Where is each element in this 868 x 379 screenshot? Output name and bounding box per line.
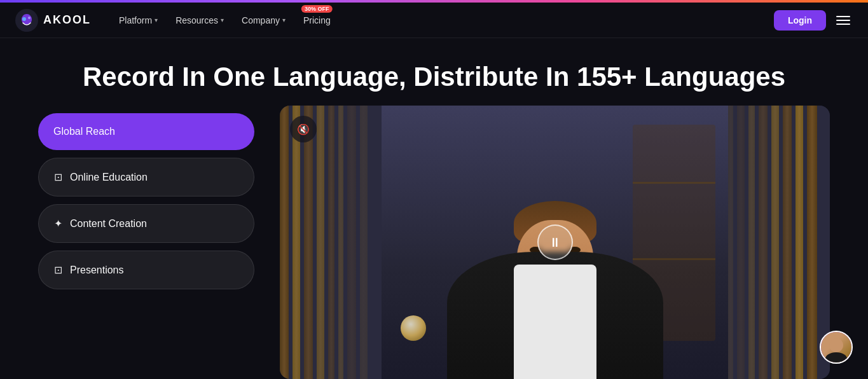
menu-button[interactable] [834,13,853,27]
avatar-inner [821,332,851,362]
avatar-body [825,352,847,362]
chevron-down-icon: ▾ [282,17,286,24]
sidebar-item-online-education[interactable]: ⊡ Online Education [38,158,254,196]
logo-text: AKOOL [43,13,91,27]
hamburger-line [836,24,850,25]
main-content: Global Reach ⊡ Online Education ✦ Conten… [0,106,868,379]
video-container[interactable]: 🔇 ⏸ [280,106,830,379]
video-scene: 🔇 ⏸ [280,106,830,379]
nav-company[interactable]: Company ▾ [234,10,293,31]
nav-right: Login [774,10,853,31]
avatar-person [824,336,848,362]
logo[interactable]: AKOOL [15,9,91,32]
sparkle-icon: ✦ [54,217,62,230]
chevron-down-icon: ▾ [221,17,224,24]
login-button[interactable]: Login [774,10,826,31]
hamburger-line [836,16,850,17]
pause-icon: ⏸ [549,235,561,250]
wood-panel-right [728,106,830,379]
chevron-down-icon: ▾ [155,17,158,24]
pricing-badge: 30% OFF [301,5,333,13]
hero-title: Record In One Language, Distribute In 15… [15,61,853,93]
presentation-icon: ⊡ [54,264,62,276]
mute-icon: 🔇 [297,123,310,135]
avatar-button[interactable] [820,331,853,364]
pause-button[interactable]: ⏸ [537,224,573,260]
hero-section: Record In One Language, Distribute In 15… [0,38,868,106]
sidebar-item-content-creation[interactable]: ✦ Content Creation [38,204,254,243]
nav-platform[interactable]: Platform ▾ [111,10,165,31]
wood-panel-left [280,106,382,379]
avatar-head [829,338,843,352]
svg-point-2 [28,17,31,19]
nav-resources[interactable]: Resources ▾ [168,10,231,31]
svg-point-1 [22,17,26,21]
nav-pricing[interactable]: 30% OFF Pricing [296,10,338,31]
sidebar-item-global-reach[interactable]: Global Reach [38,113,254,150]
monitor-icon: ⊡ [54,171,62,183]
sidebar: Global Reach ⊡ Online Education ✦ Conten… [38,106,254,379]
logo-icon [15,9,38,32]
navbar: AKOOL Platform ▾ Resources ▾ Company ▾ 3… [0,3,868,38]
hamburger-line [836,20,850,21]
nav-links: Platform ▾ Resources ▾ Company ▾ 30% OFF… [111,10,774,31]
sidebar-item-presentions[interactable]: ⊡ Presentions [38,251,254,289]
